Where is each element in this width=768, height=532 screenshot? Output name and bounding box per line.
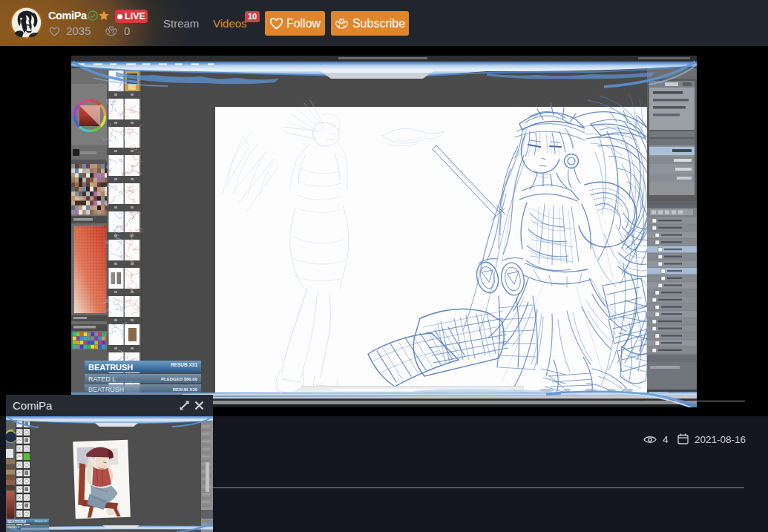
svg-text:RESUB X30: RESUB X30 (173, 387, 198, 392)
svg-text:RESUB X31: RESUB X31 (34, 520, 47, 523)
svg-text:PLEDGED $60.00: PLEDGED $60.00 (161, 377, 198, 381)
svg-text:RATED L: RATED L (7, 525, 20, 529)
svg-text:BEATRUSH: BEATRUSH (88, 363, 133, 372)
svg-text:BEATRUSH: BEATRUSH (7, 520, 26, 524)
svg-text:RATED L: RATED L (88, 375, 116, 383)
svg-text:RESUB X31: RESUB X31 (171, 362, 198, 367)
svg-text:BEATRUSH: BEATRUSH (88, 386, 124, 393)
